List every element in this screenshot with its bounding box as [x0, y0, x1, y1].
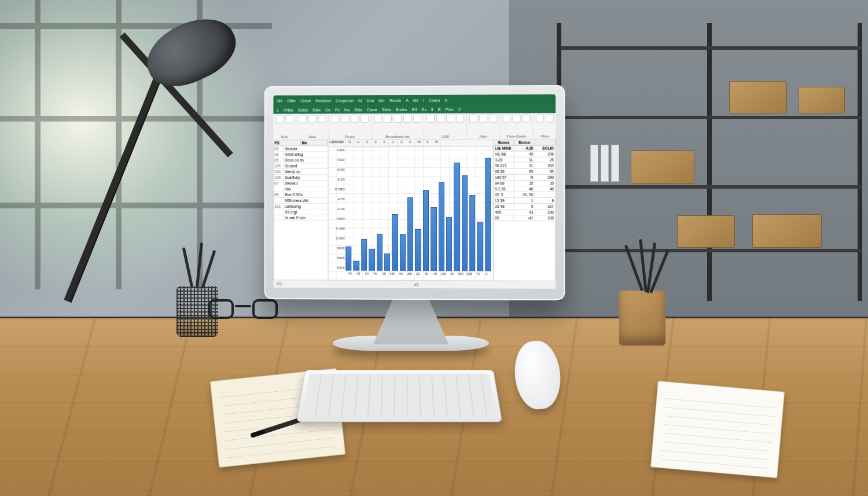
table-row[interactable]: HE 5B45206 [494, 152, 556, 157]
data-table[interactable]: BusesBuncoLIE MWEAJSSOLIDHE 5B452063-283… [494, 140, 556, 281]
ribbon-button[interactable] [489, 115, 497, 123]
table-row[interactable]: LIE MWEAJSSOLID [494, 146, 556, 152]
table-row[interactable]: 03tibusarr [273, 146, 328, 152]
table-row[interactable]: 68 308585 [494, 169, 556, 175]
column-header[interactable]: D [363, 140, 372, 146]
menu-item[interactable]: Sids [354, 108, 362, 112]
table-row[interactable]: 08SmsCollng [273, 152, 328, 157]
ribbon-button[interactable] [413, 115, 421, 123]
table-row[interactable]: 190 57R290 [494, 175, 556, 181]
table-row[interactable]: Re orgl [273, 210, 328, 215]
menu-item[interactable]: Phrc [446, 107, 454, 111]
menu-item[interactable]: IOI [411, 107, 417, 111]
ribbon-button[interactable] [546, 114, 554, 122]
ribbon-button[interactable] [513, 114, 521, 122]
menu-item[interactable]: Es [422, 107, 426, 111]
col-header[interactable]: Bunco [514, 140, 535, 145]
table-row[interactable]: bao [273, 186, 328, 192]
column-header[interactable]: 70 [432, 140, 441, 146]
table-row[interactable]: 106Suaffivny [273, 175, 328, 181]
column-headers[interactable]: L8RIR0KNHD99OGS49570 [329, 140, 494, 148]
titlebar-item[interactable]: At [358, 98, 362, 102]
titlebar-item[interactable]: Roons [389, 98, 401, 102]
table-row[interactable]: 02. 531:.50 [494, 192, 556, 198]
table-row[interactable]: 105Goubet [273, 163, 328, 169]
titlebar-item[interactable]: Dltrn [287, 98, 296, 102]
titlebar-item[interactable]: A [406, 98, 409, 102]
menu-item[interactable]: Fhlks [284, 108, 293, 112]
table-row[interactable]: 104WersLost [273, 169, 328, 175]
ribbon-button[interactable] [446, 115, 454, 123]
table-row[interactable]: Ih onn Fosin [273, 215, 328, 221]
ribbon-button[interactable] [318, 115, 326, 123]
ribbon-button[interactable] [403, 115, 411, 123]
menu-item[interactable]: Cieve [367, 108, 377, 112]
menu-item[interactable]: Bodes [396, 108, 407, 112]
ribbon-button[interactable] [469, 115, 477, 123]
table-row[interactable]: 23 485327 [494, 204, 556, 210]
table-row[interactable]: 58.21331353 [494, 163, 556, 169]
ribbon-button[interactable] [361, 115, 369, 123]
ribbon-button[interactable] [426, 115, 435, 123]
ribbon[interactable]: RutsSaesPluarsBesechoset fapL010AlgntPlo… [273, 113, 556, 140]
ribbon-button[interactable] [536, 114, 544, 122]
menu-item[interactable]: ths [344, 108, 350, 112]
ribbon-button[interactable] [479, 115, 487, 123]
ribbon-button[interactable] [523, 114, 531, 122]
ribbon-button[interactable] [299, 115, 307, 123]
table-row[interactable]: 46543290 [494, 210, 556, 215]
chart-area[interactable]: L8RIR0KNHD99OGS49570 14057100-8.008.50B.… [329, 140, 494, 281]
table-row[interactable]: I.5 3919 [494, 198, 556, 204]
table-row[interactable]: 07sRoved [273, 181, 328, 186]
titlebar-item[interactable]: Anr [378, 98, 385, 102]
menu-item[interactable]: L [277, 108, 279, 112]
titlebar-item[interactable]: Cooperon [336, 98, 354, 102]
titlebar-item[interactable]: Ms [413, 98, 418, 102]
col-header[interactable]: Ibk [300, 140, 328, 145]
ribbon-button[interactable] [341, 115, 349, 123]
menu-item[interactable]: Stela [382, 108, 391, 112]
table-row[interactable]: 5 2.384648 [494, 186, 556, 192]
column-header[interactable]: 5 [424, 140, 432, 146]
ribbon-button[interactable] [393, 115, 402, 123]
table-row[interactable]: MStorrera WA [273, 198, 328, 204]
column-header[interactable]: G [398, 140, 406, 146]
column-header[interactable]: 49 [415, 140, 424, 146]
table-row[interactable]: 65-41208 [494, 215, 556, 221]
menu-item[interactable]: Datx [312, 108, 321, 112]
menu-item[interactable]: Ce [325, 108, 330, 112]
ribbon-button[interactable] [502, 115, 510, 123]
column-header[interactable]: 9 [372, 140, 380, 146]
titlebar-item[interactable]: Coero [429, 98, 440, 102]
table-row[interactable]: 84 681535 [494, 181, 556, 186]
ribbon-button[interactable] [332, 115, 340, 123]
table-row[interactable]: 101oublosing [273, 204, 328, 210]
titlebar-item[interactable]: I [423, 98, 424, 102]
column-header[interactable]: S [406, 140, 415, 146]
ribbon-button[interactable] [384, 115, 392, 123]
titlebar-item[interactable]: Bestuion [315, 98, 331, 102]
menu-item[interactable]: 2 [458, 107, 461, 111]
ribbon-button[interactable] [351, 115, 359, 123]
table-row[interactable]: 08Bne OSOs [273, 192, 328, 198]
column-header[interactable]: O [389, 140, 398, 146]
menu-bar[interactable]: LFhlksSolesDatxCeFnthsSidsCieveStelaBode… [273, 105, 556, 114]
menu-item[interactable]: Fn [335, 108, 340, 112]
column-header[interactable]: 9 [380, 140, 389, 146]
menu-item[interactable]: B [438, 107, 441, 111]
ribbon-button[interactable] [374, 115, 382, 123]
col-header[interactable] [535, 140, 556, 145]
table-row[interactable]: 3-283L25 [494, 157, 556, 163]
titlebar-item[interactable]: A [444, 98, 447, 102]
column-header[interactable]: N [345, 140, 354, 146]
ribbon-button[interactable] [456, 115, 464, 123]
ribbon-button[interactable] [285, 115, 293, 123]
titlebar-item[interactable]: Crece [300, 98, 311, 102]
ribbon-button[interactable] [275, 115, 284, 123]
col-header[interactable]: PS [273, 140, 300, 145]
col-header[interactable]: Buses [494, 140, 514, 145]
table-row[interactable]: 05Dexa on sh [273, 157, 328, 163]
menu-item[interactable]: Soles [298, 108, 308, 112]
menu-item[interactable]: It [431, 107, 433, 111]
ribbon-button[interactable] [436, 115, 444, 123]
